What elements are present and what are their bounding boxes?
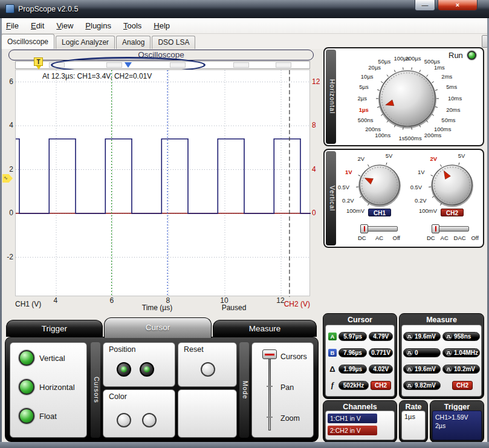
mode-tick bbox=[267, 417, 273, 418]
x-axis-caption: Time (µs) bbox=[130, 304, 184, 312]
svg-text:10ms: 10ms bbox=[448, 95, 462, 102]
mode-option-cursors[interactable]: Cursors bbox=[280, 352, 307, 361]
coupling-ch1-dc[interactable]: DC bbox=[358, 235, 366, 241]
window-frame-bottom bbox=[0, 442, 489, 448]
trigger-condition: CH1>1.59V bbox=[435, 413, 481, 421]
coupling-ch2-ac[interactable]: AC bbox=[441, 235, 449, 241]
scope-plot[interactable] bbox=[15, 70, 310, 296]
color-button-2[interactable] bbox=[142, 413, 157, 427]
ch2-vertical-scale-knob[interactable]: 5V2V1V0.5V0.2V100mV bbox=[410, 150, 488, 229]
svg-text:0.5V: 0.5V bbox=[410, 184, 423, 190]
window-frame-left bbox=[0, 18, 2, 442]
coupling-ch1-off[interactable]: Off bbox=[393, 235, 401, 241]
cursor-led-box: VerticalHorizontalFloat bbox=[10, 342, 87, 438]
channel-2-strip[interactable]: 2:CH2 in V bbox=[328, 426, 377, 435]
reset-button[interactable] bbox=[201, 362, 215, 377]
measure-row: 19.6mV10.2mV bbox=[403, 364, 480, 374]
left-tick-label: 0 bbox=[1, 209, 13, 217]
mode-slider-track[interactable] bbox=[268, 351, 271, 430]
measure-value: 19.6mV bbox=[403, 365, 441, 374]
svg-text:1ms: 1ms bbox=[434, 64, 445, 71]
right-axis-caption: CH2 (V) bbox=[275, 300, 310, 308]
position-knob-2[interactable] bbox=[140, 362, 154, 377]
menu-item-tools[interactable]: Tools bbox=[117, 18, 147, 33]
control-tab-cursor[interactable]: Cursor bbox=[104, 317, 212, 338]
menu-item-help[interactable]: Help bbox=[147, 18, 176, 33]
cursor-float-led-button[interactable] bbox=[19, 408, 34, 424]
scope-annotation: At 12.3µs: CH1=3.4V, CH2=0.01V bbox=[42, 72, 152, 80]
cursor-vertical-label: Vertical bbox=[39, 354, 65, 363]
mode-option-pan[interactable]: Pan bbox=[280, 383, 294, 392]
propscope-window: { "window": { "title": "PropScope v2.0.5… bbox=[0, 0, 489, 448]
position-knob-1[interactable] bbox=[117, 362, 131, 377]
position-box: Position bbox=[103, 342, 175, 387]
close-button[interactable]: × bbox=[438, 0, 478, 11]
cursor-row-a: A5.97µs4.79V bbox=[328, 331, 393, 341]
cursor-time-value: 7.96µs bbox=[338, 348, 367, 357]
measure-panel-title: Measure bbox=[400, 314, 484, 324]
vertical-strip-label: Vertical bbox=[326, 151, 336, 245]
reset-box: Reset bbox=[178, 342, 237, 387]
svg-text:50ms: 50ms bbox=[441, 117, 455, 123]
svg-text:100mV: 100mV bbox=[346, 207, 365, 214]
svg-text:20µs: 20µs bbox=[368, 64, 381, 71]
minimize-button[interactable]: — bbox=[415, 0, 435, 11]
measure-value: 10.2mV bbox=[442, 365, 480, 374]
coupling-ch1-ac[interactable]: AC bbox=[375, 235, 383, 241]
cursor-channel-badge[interactable]: CH2 bbox=[371, 381, 391, 390]
pan-notch[interactable] bbox=[276, 62, 291, 68]
trigger-time-flag[interactable]: T bbox=[34, 57, 43, 66]
control-tab-trigger[interactable]: Trigger bbox=[6, 320, 103, 337]
coupling-ch2-off[interactable]: Off bbox=[471, 235, 479, 241]
trigger-level-marker[interactable]: ∿ bbox=[2, 174, 13, 183]
tab-logic-analyzer[interactable]: Logic Analyzer bbox=[56, 36, 115, 49]
svg-text:2V: 2V bbox=[430, 155, 437, 162]
svg-text:5V: 5V bbox=[458, 152, 465, 159]
svg-text:200µs: 200µs bbox=[405, 55, 421, 62]
measure-waveform-icon bbox=[445, 333, 452, 340]
menu-item-plugins[interactable]: Plugins bbox=[79, 18, 117, 33]
ch1-vertical-scale-knob[interactable]: 5V2V1V0.5V0.2V100mV bbox=[337, 150, 422, 229]
left-tick-label: -2 bbox=[1, 253, 13, 261]
measure-channel-badge[interactable]: CH2 bbox=[452, 381, 473, 390]
coupling-ch2-dc[interactable]: DC bbox=[427, 235, 435, 241]
tab-analog[interactable]: Analog bbox=[116, 36, 151, 49]
menu-item-edit[interactable]: Edit bbox=[25, 18, 50, 33]
mode-slider-handle[interactable] bbox=[262, 349, 277, 359]
channels-panel-title: Channels bbox=[323, 401, 397, 411]
cursor-readout-rows: A5.97µs4.79VB7.96µs0.771VΔ1.99µs4.02Vf50… bbox=[325, 325, 395, 397]
measure-value: 958ns bbox=[442, 332, 480, 341]
cursor-vertical-led-button[interactable] bbox=[19, 350, 34, 366]
channel-1-strip[interactable]: 1:CH1 in V bbox=[328, 414, 377, 423]
cursor-symbol-delta: Δ bbox=[328, 365, 337, 374]
window-title: PropScope v2.0.5 bbox=[18, 5, 78, 13]
tab-oscilloscope[interactable]: Oscilloscope bbox=[1, 34, 54, 49]
mode-option-zoom[interactable]: Zoom bbox=[280, 414, 300, 423]
tab-dso-lsa[interactable]: DSO LSA bbox=[152, 36, 195, 49]
svg-text:0.2V: 0.2V bbox=[342, 197, 354, 204]
ch1-coupling-labels: DCACOff bbox=[358, 235, 400, 241]
left-axis-caption: CH1 (V) bbox=[15, 300, 41, 308]
menu-item-file[interactable]: File bbox=[0, 18, 25, 33]
x-tick-label: 6 bbox=[106, 296, 118, 305]
channels-box: 1:CH1 in V 2:CH2 in V bbox=[325, 411, 395, 440]
measure-waveform-icon bbox=[445, 349, 452, 356]
measure-value: 19.6mV bbox=[403, 332, 441, 341]
color-label: Color bbox=[103, 390, 175, 401]
cursor-frequency-value: 502kHz bbox=[338, 381, 369, 390]
measure-row: 19.6mV958ns bbox=[403, 331, 480, 341]
cursor-horizontal-led-button[interactable] bbox=[19, 379, 34, 395]
pan-notch[interactable] bbox=[233, 62, 249, 68]
svg-text:5V: 5V bbox=[386, 152, 393, 159]
svg-text:50µs: 50µs bbox=[378, 58, 390, 65]
waveform-svg[interactable] bbox=[16, 70, 311, 297]
control-tab-measure[interactable]: Measure bbox=[213, 320, 317, 337]
title-bar[interactable]: PropScope v2.0.5 — × bbox=[0, 0, 489, 18]
svg-text:100mV: 100mV bbox=[419, 207, 438, 214]
horizontal-timebase-knob[interactable]: 100ns200ns500ns1µs2µs5µs10µs20µs50µs100µ… bbox=[334, 48, 483, 148]
color-button-1[interactable] bbox=[117, 413, 131, 427]
menu-item-view[interactable]: View bbox=[50, 18, 79, 33]
app-icon bbox=[5, 4, 15, 13]
coupling-ch2-dac[interactable]: DAC bbox=[454, 235, 466, 241]
cursor-symbol-f: f bbox=[328, 380, 337, 390]
